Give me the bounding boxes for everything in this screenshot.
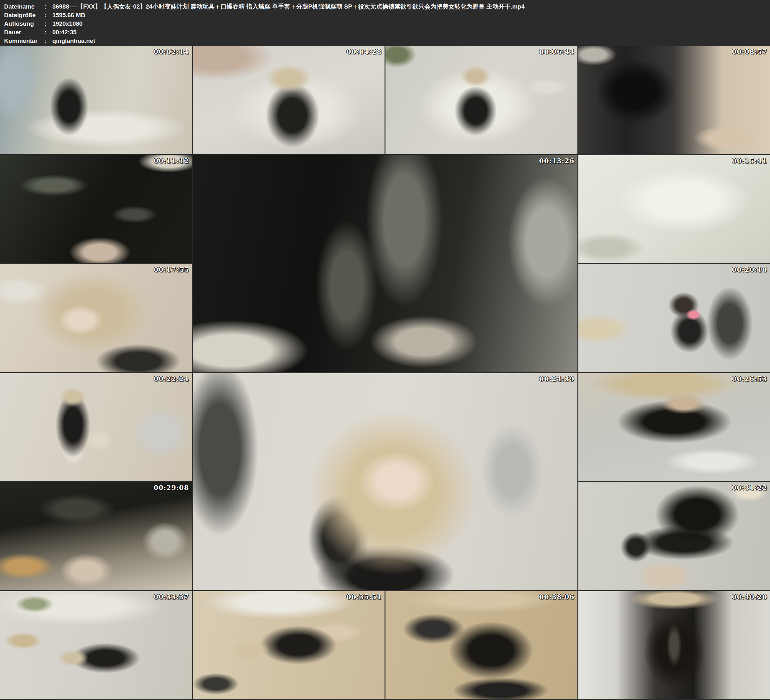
contact-sheet: { "header": { "separator": ":", "rows": … <box>0 0 770 700</box>
thumbnail-grid: 00:02:14 00:04:28 00:06:43 00:08:57 00:1… <box>0 46 770 699</box>
timestamp-overlay: 00:15:41 <box>732 157 767 165</box>
video-thumbnail: 00:02:14 <box>0 46 192 154</box>
file-info-separator: : <box>45 11 52 19</box>
timestamp-overlay: 00:29:08 <box>154 484 189 491</box>
comment-value: qinglanhua.net <box>52 37 95 45</box>
file-info-row-kommentar: Kommentar : qinglanhua.net <box>4 37 770 45</box>
video-thumbnail: 00:31:22 <box>578 482 770 590</box>
video-thumbnail: 00:29:08 <box>0 482 192 590</box>
video-thumbnail: 00:04:28 <box>193 46 385 154</box>
timestamp-overlay: 00:22:24 <box>154 375 189 383</box>
timestamp-overlay: 00:06:43 <box>539 48 574 55</box>
file-info-label: Dateiname <box>4 2 45 11</box>
file-info-label: Dauer <box>4 28 45 37</box>
file-info-separator: : <box>45 28 52 37</box>
file-info-header: Dateiname : 36988----【FXX】【人偶女友-02】24小时变… <box>0 0 770 46</box>
timestamp-overlay: 00:02:14 <box>154 48 189 55</box>
timestamp-overlay: 00:26:53 <box>732 375 767 383</box>
file-info-label: Kommentar <box>4 37 45 45</box>
timestamp-overlay: 00:33:37 <box>154 593 189 601</box>
resolution-value: 1920x1080 <box>52 19 82 28</box>
file-name-value: 36988----【FXX】【人偶女友-02】24小时变娃计划 震动玩具＋口爆吞… <box>52 2 524 11</box>
file-info-row-dauer: Dauer : 00:42:35 <box>4 28 770 37</box>
timestamp-overlay: 00:20:10 <box>732 266 767 274</box>
video-thumbnail: 00:08:57 <box>578 46 770 154</box>
timestamp-overlay: 00:11:12 <box>154 157 189 165</box>
timestamp-overlay: 00:40:20 <box>732 593 767 601</box>
file-info-row-aufloesung: Auflösung : 1920x1080 <box>4 19 770 28</box>
video-thumbnail-large: 00:13:26 <box>193 155 578 372</box>
file-info-separator: : <box>45 37 52 45</box>
file-info-separator: : <box>45 19 52 28</box>
duration-value: 00:42:35 <box>52 28 76 37</box>
video-thumbnail: 00:22:24 <box>0 373 192 481</box>
video-thumbnail: 00:26:53 <box>578 373 770 481</box>
timestamp-overlay: 00:04:28 <box>346 48 382 55</box>
video-thumbnail: 00:20:10 <box>578 264 770 372</box>
video-thumbnail: 00:06:43 <box>385 46 578 154</box>
video-thumbnail: 00:33:37 <box>0 591 192 699</box>
timestamp-overlay: 00:24:39 <box>539 375 574 383</box>
file-info-label: Auflösung <box>4 19 45 28</box>
timestamp-overlay: 00:38:06 <box>539 593 574 601</box>
video-thumbnail: 00:15:41 <box>578 155 770 263</box>
file-info-label: Dateigröße <box>4 11 45 19</box>
video-thumbnail: 00:17:55 <box>0 264 192 372</box>
timestamp-overlay: 00:35:51 <box>346 593 382 601</box>
timestamp-overlay: 00:13:26 <box>539 157 574 165</box>
timestamp-overlay: 00:17:55 <box>154 266 189 274</box>
file-info-row-dateigroesse: Dateigröße : 1595.66 MB <box>4 11 770 19</box>
video-thumbnail: 00:38:06 <box>385 591 578 699</box>
file-info-separator: : <box>45 2 52 11</box>
video-thumbnail-large: 00:24:39 <box>193 373 578 590</box>
video-thumbnail: 00:11:12 <box>0 155 192 263</box>
file-size-value: 1595.66 MB <box>52 11 85 19</box>
timestamp-overlay: 00:31:22 <box>732 484 767 491</box>
video-thumbnail: 00:35:51 <box>193 591 385 699</box>
video-thumbnail: 00:40:20 <box>578 591 770 699</box>
timestamp-overlay: 00:08:57 <box>732 48 767 55</box>
file-info-row-dateiname: Dateiname : 36988----【FXX】【人偶女友-02】24小时变… <box>4 2 770 11</box>
